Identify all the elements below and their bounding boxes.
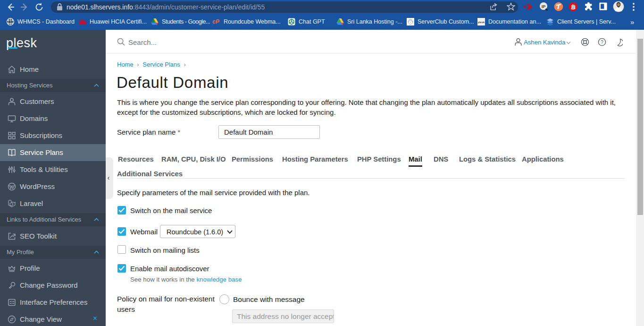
svg-text:plesk: plesk: [478, 21, 485, 24]
svg-text:?: ?: [601, 40, 603, 45]
svg-text:cP: cP: [213, 18, 220, 25]
svg-text:IP: IP: [542, 4, 546, 9]
